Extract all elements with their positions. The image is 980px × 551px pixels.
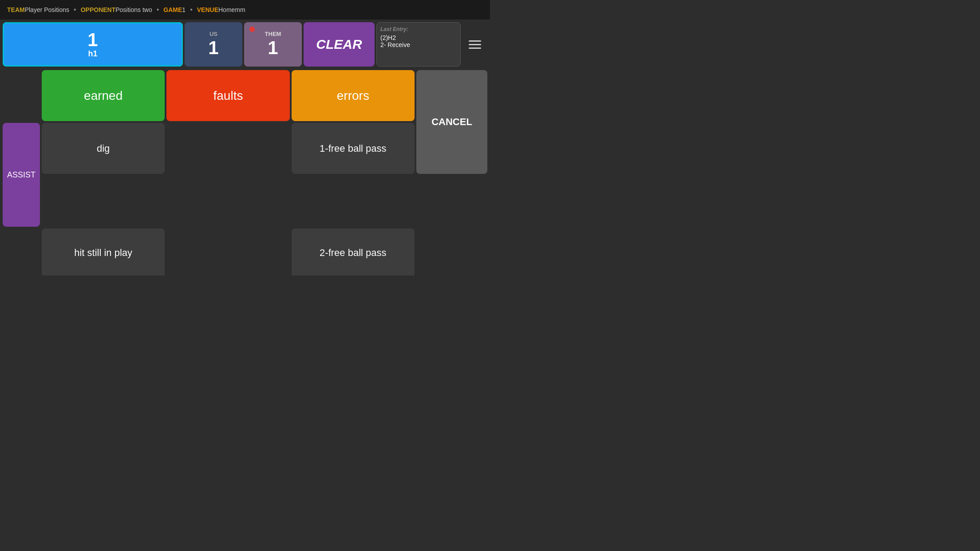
them-number: 1 bbox=[268, 37, 278, 59]
hamburger-line-1 bbox=[469, 40, 481, 42]
last-entry-detail: 2- Receive bbox=[380, 41, 410, 48]
red-dot-indicator bbox=[249, 27, 255, 32]
assist-button[interactable]: ASSIST bbox=[3, 123, 40, 227]
faults-button[interactable]: faults bbox=[166, 70, 289, 121]
us-label: US bbox=[209, 31, 217, 37]
menu-button[interactable] bbox=[462, 22, 487, 67]
dot2: • bbox=[157, 6, 159, 14]
us-number: 1 bbox=[208, 37, 218, 59]
dot3: • bbox=[190, 6, 193, 14]
spacer-top-left bbox=[3, 70, 40, 121]
team-label: TEAMPlayer Positions bbox=[7, 6, 69, 13]
last-entry-value: (2)H2 bbox=[380, 34, 396, 41]
cancel-button[interactable]: CANCEL bbox=[416, 70, 487, 174]
hit-still-button[interactable]: hit still in play bbox=[42, 228, 165, 276]
us-score-tile[interactable]: US 1 bbox=[185, 22, 242, 67]
last-entry-label: Last Entry: bbox=[380, 26, 408, 32]
spacer-lower-2 bbox=[416, 228, 487, 276]
main-score-tile[interactable]: 1 h1 bbox=[3, 22, 183, 67]
action-grid: earned faults errors CANCEL ASSIST dig 1… bbox=[0, 68, 490, 228]
top-bar: TEAMPlayer Positions • OPPONENTPositions… bbox=[0, 0, 490, 20]
score-area: 1 h1 US 1 THEM 1 CLEAR Last Entry: (2)H2… bbox=[0, 20, 490, 68]
free-ball-2-button[interactable]: 2-free ball pass bbox=[292, 228, 415, 276]
game-label: GAME1 bbox=[163, 6, 186, 13]
venue-label: VENUEHomemm bbox=[197, 6, 245, 13]
clear-label: CLEAR bbox=[316, 37, 362, 52]
dig-button[interactable]: dig bbox=[42, 123, 165, 174]
errors-button[interactable]: errors bbox=[292, 70, 415, 121]
hamburger-line-2 bbox=[469, 44, 481, 45]
clear-button[interactable]: CLEAR bbox=[304, 22, 375, 67]
empty-cell-1 bbox=[166, 123, 289, 174]
main-score-period: h1 bbox=[88, 49, 97, 59]
them-label: THEM bbox=[265, 31, 281, 37]
earned-button[interactable]: earned bbox=[42, 70, 165, 121]
hamburger-line-3 bbox=[469, 47, 481, 49]
free-ball-1-button[interactable]: 1-free ball pass bbox=[292, 123, 415, 174]
dot1: • bbox=[74, 6, 76, 14]
spacer-lower-1 bbox=[3, 228, 40, 276]
main-score-number: 1 bbox=[87, 31, 98, 49]
them-score-tile[interactable]: THEM 1 bbox=[244, 22, 302, 67]
opponent-label: OPPONENTPositions two bbox=[81, 6, 152, 13]
action-grid-lower: hit still in play 2-free ball pass block… bbox=[0, 228, 490, 276]
empty-cell-2 bbox=[166, 228, 289, 276]
last-entry-tile: Last Entry: (2)H2 2- Receive bbox=[376, 22, 461, 67]
